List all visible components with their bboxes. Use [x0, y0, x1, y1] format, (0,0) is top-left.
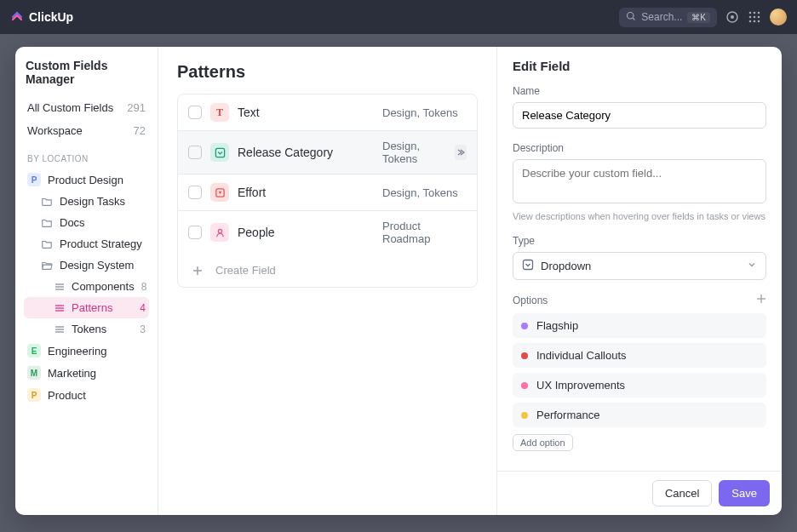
list-icon: [54, 303, 65, 313]
location-item[interactable]: Design Tasks: [24, 191, 149, 212]
space-badge: M: [27, 366, 41, 380]
folder-open-icon: [41, 260, 53, 272]
field-location: Design, Tokens: [382, 106, 458, 119]
svg-point-7: [749, 16, 752, 19]
field-row[interactable]: Release Category Design, Tokens: [178, 131, 477, 174]
sidebar-title: Custom Fields Manager: [24, 59, 149, 86]
description-hint: View descriptions when hovering over fie…: [513, 211, 766, 221]
row-checkbox[interactable]: [188, 106, 202, 119]
dropdown-option[interactable]: Flagship: [513, 313, 766, 338]
dropdown-option[interactable]: Individual Callouts: [513, 343, 766, 368]
option-color-dot: [521, 323, 528, 329]
option-label: UX Improvements: [536, 379, 625, 392]
dropdown-option[interactable]: UX Improvements: [513, 373, 766, 398]
user-avatar[interactable]: [770, 9, 787, 26]
row-checkbox[interactable]: [188, 226, 202, 239]
svg-point-5: [754, 12, 756, 14]
svg-point-0: [628, 12, 634, 19]
row-checkbox[interactable]: [188, 146, 202, 159]
svg-rect-22: [215, 148, 224, 157]
add-option-button[interactable]: Add option: [513, 434, 573, 451]
svg-point-12: [758, 20, 760, 23]
summary-workspace[interactable]: Workspace 72: [24, 119, 149, 142]
location-label: Product: [48, 389, 86, 402]
svg-rect-27: [524, 260, 533, 270]
space-badge: P: [27, 388, 41, 402]
location-item[interactable]: PProduct Design: [24, 169, 149, 191]
custom-fields-modal: Custom Fields Manager All Custom Fields …: [15, 47, 782, 515]
location-item[interactable]: Design System: [24, 255, 149, 276]
chevron-down-icon: [747, 260, 757, 272]
name-input[interactable]: [513, 102, 766, 129]
description-input[interactable]: [513, 159, 766, 203]
field-row[interactable]: T Text Design, Tokens: [178, 94, 477, 131]
record-icon[interactable]: [725, 10, 739, 24]
field-name: Effort: [238, 186, 374, 199]
field-location: Product Roadmap: [382, 220, 467, 245]
svg-point-10: [749, 20, 752, 23]
location-label: Tokens: [72, 323, 106, 335]
logo-icon: [10, 10, 24, 24]
svg-point-8: [754, 16, 756, 19]
dropdown-option[interactable]: Performance: [513, 403, 766, 427]
location-label: Product Strategy: [60, 237, 142, 250]
svg-point-3: [731, 15, 734, 19]
option-label: Individual Callouts: [536, 349, 627, 362]
fields-table: T Text Design, Tokens Release Category D…: [177, 94, 478, 288]
location-label: Docs: [60, 216, 85, 229]
space-badge: P: [27, 173, 41, 186]
location-item[interactable]: PProduct: [24, 384, 149, 406]
list-icon: [54, 324, 65, 335]
field-location: Design, Tokens: [382, 140, 441, 165]
location-item[interactable]: Components8: [24, 276, 149, 297]
row-checkbox[interactable]: [188, 186, 202, 199]
type-select[interactable]: Dropdown: [513, 252, 766, 280]
description-label: Description: [513, 142, 766, 154]
location-item[interactable]: MMarketing: [24, 362, 149, 384]
location-label: Marketing: [48, 367, 96, 380]
location-item[interactable]: Patterns4: [24, 297, 149, 318]
sidebar: Custom Fields Manager All Custom Fields …: [15, 47, 158, 515]
global-search[interactable]: Search... ⌘K: [619, 8, 717, 27]
location-label: Design Tasks: [60, 195, 125, 208]
save-button[interactable]: Save: [719, 480, 770, 506]
location-label: Patterns: [72, 301, 112, 314]
folder-icon: [41, 196, 53, 208]
add-option-icon[interactable]: [756, 294, 766, 306]
field-row[interactable]: People Product Roadmap: [178, 211, 477, 254]
brand: ClickUp: [10, 10, 73, 24]
search-icon: [626, 11, 636, 24]
location-label: Engineering: [48, 345, 106, 358]
panel-footer: Cancel Save: [497, 471, 782, 515]
dropdown-field-icon: [210, 143, 229, 162]
cancel-button[interactable]: Cancel: [652, 480, 712, 506]
effort-field-icon: [210, 183, 229, 202]
folder-icon: [41, 217, 53, 229]
location-item[interactable]: Tokens3: [24, 318, 149, 340]
search-placeholder: Search...: [641, 11, 682, 23]
more-locations-icon[interactable]: [455, 145, 467, 160]
location-item[interactable]: Product Strategy: [24, 233, 149, 255]
topbar: ClickUp Search... ⌘K: [0, 0, 797, 34]
main-content: Patterns T Text Design, Tokens Release C…: [158, 47, 496, 515]
location-item[interactable]: EEngineering: [24, 340, 149, 362]
summary-all[interactable]: All Custom Fields 291: [24, 96, 149, 119]
location-count: 3: [140, 323, 146, 335]
options-label: Options: [513, 295, 548, 306]
location-item[interactable]: Docs: [24, 212, 149, 233]
field-row[interactable]: Effort Design, Tokens: [178, 174, 477, 211]
option-color-dot: [521, 412, 528, 419]
location-label: Components: [72, 280, 135, 293]
option-label: Flagship: [536, 319, 578, 332]
type-label: Type: [513, 235, 766, 247]
brand-name: ClickUp: [29, 10, 73, 24]
apps-icon[interactable]: [748, 10, 761, 24]
folder-icon: [41, 238, 53, 250]
plus-icon: [188, 265, 207, 277]
text-field-icon: T: [210, 103, 229, 122]
create-field[interactable]: Create Field: [178, 254, 477, 287]
panel-title: Edit Field: [513, 59, 766, 73]
svg-line-1: [634, 18, 635, 20]
people-field-icon: [210, 223, 229, 242]
location-label: Design System: [60, 259, 134, 272]
